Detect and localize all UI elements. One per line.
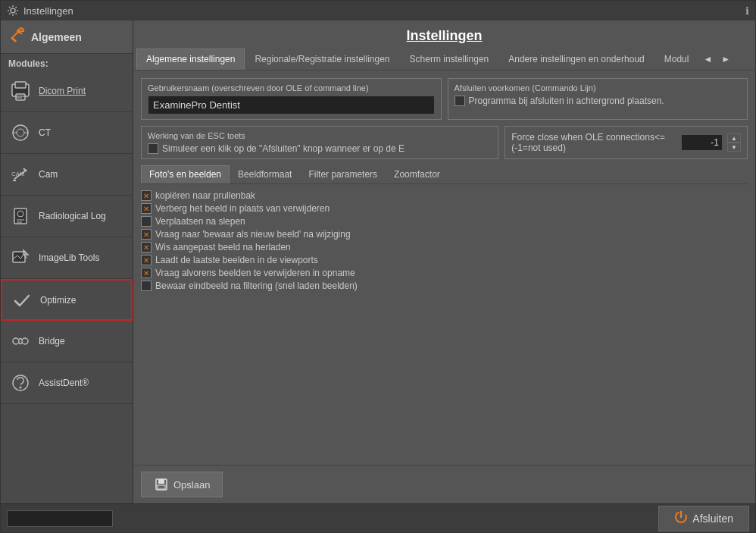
force-close-label: Force close when OLE connections<= (-1=n… [511, 132, 676, 153]
checkbox-row-2: Verplaatsen na slepen [141, 216, 748, 227]
save-label: Opslaan [173, 479, 210, 491]
force-close-combined: Werking van de ESC toets Simuleer een kl… [141, 126, 748, 159]
sidebar-item-cam[interactable]: CAM Cam [1, 154, 133, 196]
sub-tab-filter[interactable]: Filter parameters [300, 165, 386, 183]
tab-andere[interactable]: Andere instellingen en onderhoud [498, 49, 654, 70]
svg-rect-22 [158, 479, 164, 484]
esc-checkbox-label: Simuleer een klik op de "Afsluiten" knop… [162, 143, 405, 154]
svg-point-0 [11, 8, 15, 13]
svg-point-18 [22, 338, 28, 344]
checkbox-row-4: ✕ Wis aangepast beeld na herladen [141, 242, 748, 252]
svg-rect-23 [158, 485, 165, 489]
checkbox-label-2: Verplaatsen na slepen [155, 216, 245, 227]
sidebar-item-dicom-print[interactable]: Dicom Print [1, 71, 133, 112]
checkbox-label-5: Laadt de laatste beelden in de viewports [155, 255, 318, 265]
esc-label: Werking van de ESC toets [148, 131, 492, 140]
checkbox-label-6: Vraag alvorens beelden te verwijderen in… [155, 268, 355, 278]
spinner-up-btn[interactable]: ▲ [727, 133, 741, 143]
top-sections-row: Gebruikersnaam (overschreven door OLE of… [141, 78, 748, 120]
footer-input[interactable] [7, 510, 113, 527]
gebruiker-input[interactable] [148, 96, 435, 114]
sub-tab-fotos[interactable]: Foto's en beelden [141, 165, 230, 183]
main-window: Instellingen ℹ Algemeen Modules: [0, 0, 756, 533]
afsluiten-checkbox-label: Programma bij afsluiten in achtergrond p… [469, 96, 664, 106]
checkbox-row-3: ✕ Vraag naar 'bewaar als nieuw beeld' na… [141, 229, 748, 240]
shutdown-button[interactable]: Afsluiten [658, 506, 749, 531]
sidebar-item-bridge-label: Bridge [39, 336, 65, 346]
svg-rect-2 [15, 82, 26, 88]
svg-text:CAM: CAM [11, 171, 25, 177]
afsluiten-section: Afsluiten voorkomen (Commando Lijn) Prog… [448, 78, 748, 120]
checkbox-label-3: Vraag naar 'bewaar als nieuw beeld' na w… [155, 229, 351, 240]
checkbox-2[interactable] [141, 216, 152, 227]
checkbox-row-5: ✕ Laadt de laatste beelden in de viewpor… [141, 255, 748, 265]
tab-nav-prev[interactable]: ◄ [698, 51, 717, 67]
afsluiten-checkbox[interactable] [455, 96, 465, 106]
sub-tab-zoomfactor[interactable]: Zoomfactor [386, 165, 448, 183]
afsluiten-check-row: Programma bij afsluiten in achtergrond p… [455, 96, 742, 106]
checkbox-6[interactable]: ✕ [141, 268, 152, 278]
checkbox-7[interactable] [141, 281, 152, 291]
esc-checkbox[interactable] [148, 143, 158, 154]
esc-check-row: Simuleer een klik op de "Afsluiten" knop… [148, 143, 492, 154]
sidebar-item-optimize-label: Optimize [40, 295, 76, 306]
tab-module[interactable]: Modul [654, 49, 699, 70]
sidebar-item-radiological-log[interactable]: Radiological Log [1, 196, 133, 237]
checkbox-1[interactable]: ✕ [141, 203, 152, 214]
force-close-spinner: ▲ ▼ [727, 133, 741, 152]
window-title: Instellingen [23, 5, 73, 17]
right-panel: Instellingen Algemene instellingen Regio… [133, 20, 755, 503]
checkbox-5[interactable]: ✕ [141, 255, 152, 265]
spinner-down-btn[interactable]: ▼ [727, 143, 741, 152]
optimize-icon [10, 288, 34, 312]
svg-point-7 [17, 129, 24, 136]
sidebar-top: Algemeen [1, 20, 133, 54]
imagelib-tools-icon [8, 246, 33, 270]
info-icon[interactable]: ℹ [745, 5, 749, 17]
settings-icon [7, 5, 19, 17]
afsluiten-label: Afsluiten voorkomen (Commando Lijn) [455, 83, 742, 92]
assistdent-icon [8, 371, 33, 395]
bridge-icon [8, 329, 33, 353]
sidebar-item-assistdent[interactable]: AssistDent® [1, 362, 133, 404]
shutdown-label: Afsluiten [692, 513, 733, 525]
main-content: Algemeen Modules: Dicom Pr [1, 20, 755, 503]
force-close-input[interactable] [681, 134, 723, 151]
sidebar-item-radiological-log-label: Radiological Log [39, 211, 106, 221]
sidebar-items-list: Dicom Print CT [1, 71, 133, 503]
title-bar: Instellingen ℹ [1, 1, 755, 20]
sidebar-item-optimize[interactable]: Optimize [1, 279, 133, 321]
tab-regionale[interactable]: Regionale/Registratie instellingen [245, 49, 399, 70]
tab-nav-next[interactable]: ► [717, 51, 735, 67]
checkbox-label-4: Wis aangepast beeld na herladen [155, 242, 291, 252]
panel-title: Instellingen [133, 20, 755, 49]
sidebar-item-cam-label: Cam [39, 169, 58, 180]
checkbox-row-7: Bewaar eindbeeld na filtering (snel lade… [141, 281, 748, 291]
sidebar-item-bridge[interactable]: Bridge [1, 321, 133, 362]
svg-rect-3 [16, 94, 25, 100]
radiological-log-icon [8, 204, 33, 228]
sub-tab-beeldformaat[interactable]: Beeldformaat [230, 165, 300, 183]
sidebar-item-ct-label: CT [39, 127, 51, 138]
sidebar: Algemeen Modules: Dicom Pr [1, 20, 133, 503]
checkbox-4[interactable]: ✕ [141, 242, 152, 252]
gebruiker-label: Gebruikersnaam (overschreven door OLE of… [148, 83, 435, 92]
checkbox-3[interactable]: ✕ [141, 229, 152, 240]
sidebar-item-ct[interactable]: CT [1, 112, 133, 154]
checkbox-row-6: ✕ Vraag alvorens beelden te verwijderen … [141, 268, 748, 278]
save-icon [154, 477, 169, 492]
gebruiker-section: Gebruikersnaam (overschreven door OLE of… [141, 78, 442, 120]
svg-point-20 [20, 387, 22, 389]
checkbox-label-1: Verberg het beeld in plaats van verwijde… [155, 203, 330, 214]
checkbox-label-0: kopiëren naar prullenbak [155, 190, 255, 201]
sidebar-item-imagelib-tools[interactable]: ImageLib Tools [1, 237, 133, 279]
sub-tabs-row: Foto's en beelden Beeldformaat Filter pa… [141, 165, 748, 184]
main-tabs-row: Algemene instellingen Regionale/Registra… [133, 49, 755, 71]
tab-scherm[interactable]: Scherm instellingen [400, 49, 499, 70]
tab-algemene[interactable]: Algemene instellingen [136, 49, 245, 70]
save-button[interactable]: Opslaan [141, 472, 223, 497]
content-area: Gebruikersnaam (overschreven door OLE of… [133, 71, 755, 465]
checkbox-0[interactable]: ✕ [141, 190, 152, 201]
power-icon [674, 510, 688, 527]
checkbox-list: ✕ kopiëren naar prullenbak ✕ Verberg het… [141, 190, 748, 291]
